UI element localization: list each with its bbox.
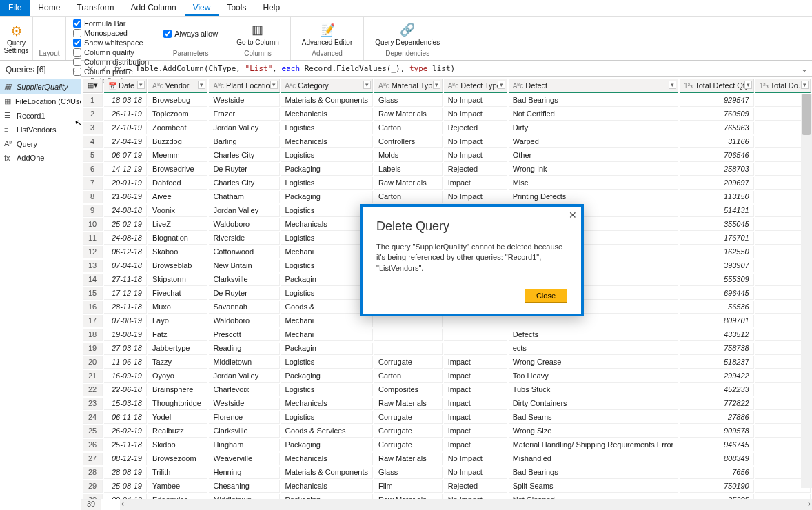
cell[interactable]: Charles City bbox=[209, 177, 279, 190]
row-header[interactable]: ▦▾ bbox=[83, 79, 103, 93]
cell[interactable]: Charlevoix bbox=[209, 384, 279, 396]
cell[interactable]: 555309 bbox=[680, 274, 753, 286]
cell[interactable]: Jordan Valley bbox=[209, 205, 279, 217]
cell[interactable]: 06-12-18 bbox=[104, 246, 147, 258]
cell[interactable]: Voonix bbox=[148, 205, 207, 217]
cell[interactable]: 7656 bbox=[680, 467, 753, 479]
cell[interactable]: Mechanicals bbox=[281, 480, 373, 493]
column-header-defect-type[interactable]: AᴮcDefect Type▾ bbox=[444, 79, 507, 93]
cell[interactable]: 07-04-18 bbox=[104, 260, 147, 272]
column-header-category[interactable]: AᴮcCategory▾ bbox=[281, 79, 373, 93]
cell[interactable]: 17-12-19 bbox=[104, 287, 147, 300]
cell[interactable]: Chesaning bbox=[209, 480, 279, 493]
cell[interactable]: Middletown bbox=[209, 356, 279, 369]
cell[interactable]: No Impact bbox=[444, 108, 507, 121]
cell[interactable] bbox=[509, 315, 679, 327]
cell[interactable]: Raw Materials bbox=[374, 108, 443, 121]
cell[interactable]: Warped bbox=[509, 136, 679, 148]
cell[interactable]: 946745 bbox=[680, 439, 753, 451]
cell[interactable]: Raw Materials bbox=[374, 494, 443, 499]
cell[interactable]: 209697 bbox=[680, 177, 753, 190]
cell[interactable]: Corrugate bbox=[374, 356, 443, 369]
cell[interactable]: Mechani bbox=[281, 329, 373, 341]
cell[interactable]: Composites bbox=[374, 384, 443, 396]
cell[interactable]: Frazer bbox=[209, 108, 279, 121]
cell[interactable]: Logistics bbox=[281, 287, 373, 300]
monospaced-check[interactable]: Monospaced bbox=[73, 29, 149, 37]
cell[interactable]: Prescott bbox=[209, 329, 279, 341]
cell[interactable]: 299422 bbox=[680, 370, 753, 382]
table-row[interactable]: 1819-08-19FatzPrescottMechaniDefects4335… bbox=[83, 329, 811, 341]
cell[interactable]: Wrong Ink bbox=[509, 163, 679, 176]
vertical-scrollbar[interactable] bbox=[801, 94, 812, 488]
table-row[interactable]: 614-12-19BrowsedriveDe RuyterPackagingLa… bbox=[83, 163, 811, 176]
cell[interactable]: Corrugate bbox=[374, 425, 443, 438]
show-ws-check[interactable]: Show whitespace bbox=[73, 39, 149, 47]
cell[interactable]: Raw Materials bbox=[374, 453, 443, 465]
cell[interactable]: Corrugate bbox=[374, 411, 443, 424]
cell[interactable]: Jabbertype bbox=[148, 343, 207, 355]
table-row[interactable]: 118-03-18BrowsebugWestsideMaterials & Co… bbox=[83, 94, 811, 107]
table-row[interactable]: 2011-06-18TazzyMiddletownLogisticsCorrug… bbox=[83, 356, 811, 369]
cell[interactable]: 176701 bbox=[680, 232, 753, 245]
cell[interactable]: Jordan Valley bbox=[209, 122, 279, 134]
cell[interactable]: No Impact bbox=[444, 494, 507, 499]
cell[interactable]: Bad Bearings bbox=[509, 94, 679, 107]
cell[interactable]: Packagin bbox=[281, 274, 373, 286]
cell[interactable]: Raw Materials bbox=[374, 177, 443, 190]
menu-transform[interactable]: Transform bbox=[68, 0, 122, 16]
formula-bar-check[interactable]: Formula Bar bbox=[73, 19, 149, 28]
cell[interactable]: Packaging bbox=[281, 439, 373, 451]
cell[interactable]: 56536 bbox=[680, 301, 753, 314]
menu-add-column[interactable]: Add Column bbox=[123, 0, 185, 16]
cell[interactable]: Logistics bbox=[281, 232, 373, 245]
cell[interactable]: 14-12-19 bbox=[104, 163, 147, 176]
cell[interactable]: Carton bbox=[374, 370, 443, 382]
cell[interactable]: Logistics bbox=[281, 260, 373, 272]
cell[interactable]: Mishandled bbox=[509, 453, 679, 465]
cell[interactable]: Brainsphere bbox=[148, 384, 207, 396]
cell[interactable]: Glass bbox=[374, 94, 443, 107]
cell[interactable]: 758738 bbox=[680, 343, 753, 355]
queries-header[interactable]: Queries [6] ‹ bbox=[0, 61, 81, 79]
adv-editor-button[interactable]: 📝Advanced Editor bbox=[298, 19, 356, 48]
cell[interactable]: Wrong Crease bbox=[509, 356, 679, 369]
cell[interactable]: 27-11-18 bbox=[104, 274, 147, 286]
cell[interactable]: Carton bbox=[374, 191, 443, 203]
cell[interactable]: Impact bbox=[444, 411, 507, 424]
cell[interactable]: Molds bbox=[374, 150, 443, 162]
cell[interactable]: Glass bbox=[374, 467, 443, 479]
menu-home[interactable]: Home bbox=[30, 0, 68, 16]
cancel-icon[interactable]: ✕ bbox=[85, 64, 95, 74]
cell[interactable]: Fatz bbox=[148, 329, 207, 341]
cell[interactable]: Printing Defects bbox=[509, 191, 679, 203]
cell[interactable]: Packaging bbox=[281, 494, 373, 499]
cell[interactable]: 765963 bbox=[680, 122, 753, 134]
cell[interactable]: Too Heavy bbox=[509, 370, 679, 382]
cell[interactable]: Reading bbox=[209, 343, 279, 355]
cell[interactable]: Mechanicals bbox=[281, 398, 373, 410]
column-header-date[interactable]: 📅Date▾ bbox=[104, 79, 147, 93]
cell[interactable]: 06-07-19 bbox=[104, 150, 147, 162]
cell[interactable]: Hingham bbox=[209, 439, 279, 451]
cell[interactable]: 518237 bbox=[680, 356, 753, 369]
cell[interactable]: 24-08-18 bbox=[104, 232, 147, 245]
cell[interactable] bbox=[374, 329, 443, 341]
cell[interactable] bbox=[444, 343, 507, 355]
cell[interactable]: Goods & bbox=[281, 301, 373, 314]
table-row[interactable]: 3009-04-18EdgepulseMiddletownPackagingRa… bbox=[83, 494, 811, 499]
column-header-defect[interactable]: AᴮcDefect▾ bbox=[509, 79, 679, 93]
cell[interactable]: Dabfeed bbox=[148, 177, 207, 190]
cell[interactable]: Packagin bbox=[281, 343, 373, 355]
column-header-material-type[interactable]: AᴮcMaterial Type▾ bbox=[374, 79, 443, 93]
table-row[interactable]: 2828-08-19TrilithHenningMaterials & Comp… bbox=[83, 467, 811, 479]
cell[interactable]: Not Certified bbox=[509, 108, 679, 121]
cell[interactable]: Barling bbox=[209, 136, 279, 148]
cell[interactable]: 25-08-19 bbox=[104, 480, 147, 493]
cell[interactable]: 772822 bbox=[680, 398, 753, 410]
cell[interactable]: 162550 bbox=[680, 246, 753, 258]
cell[interactable]: Riverside bbox=[209, 232, 279, 245]
cell[interactable]: Tubs Stuck bbox=[509, 384, 679, 396]
cell[interactable]: No Impact bbox=[444, 94, 507, 107]
cell[interactable]: Other bbox=[509, 150, 679, 162]
